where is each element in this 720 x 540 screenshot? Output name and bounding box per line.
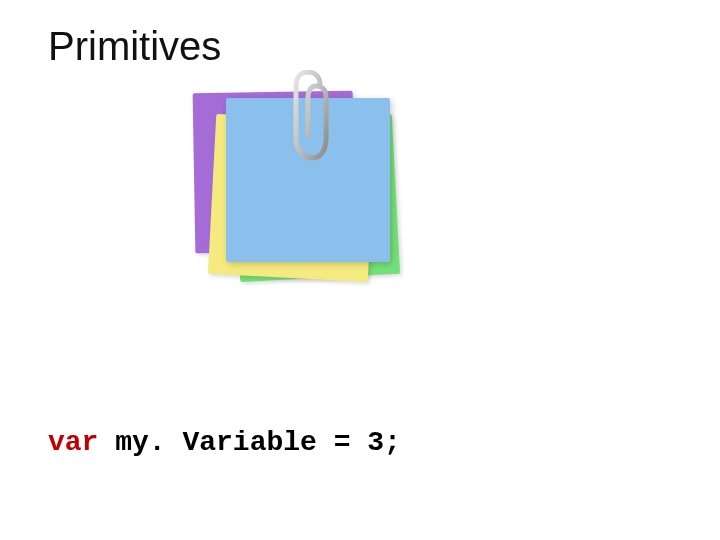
code-line-1: var my. Variable = 3; [48,424,586,462]
page-title: Primitives [48,24,221,69]
var-value-1: 3 [367,427,384,458]
sticky-notes-graphic [190,88,410,308]
var-name-1: my. Variable [115,427,317,458]
keyword-var: var [48,427,98,458]
sticky-note-blue [226,98,390,262]
slide: Primitives var my. Variable = 3; var con… [0,0,720,540]
code-block: var my. Variable = 3; var contents = “he… [48,348,586,540]
